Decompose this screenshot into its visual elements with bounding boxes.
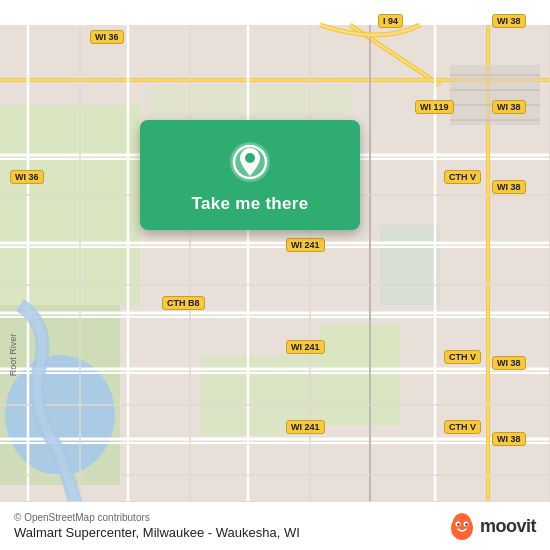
- road-label-cthv-1: CTH V: [444, 170, 481, 184]
- moovit-logo: moovit: [448, 512, 536, 540]
- take-me-there-label: Take me there: [192, 194, 309, 214]
- moovit-text: moovit: [480, 516, 536, 537]
- pin-icon: [228, 140, 272, 184]
- svg-point-49: [457, 523, 459, 525]
- road-label-wi38-5: WI 38: [492, 432, 526, 446]
- location-text: Walmart Supercenter, Milwaukee - Waukesh…: [14, 525, 300, 540]
- take-me-there-card[interactable]: Take me there: [140, 120, 360, 230]
- bottom-bar: © OpenStreetMap contributors Walmart Sup…: [0, 501, 550, 550]
- svg-rect-7: [380, 225, 440, 305]
- road-label-wi38-3: WI 38: [492, 180, 526, 194]
- copyright-text: © OpenStreetMap contributors: [14, 512, 300, 523]
- svg-rect-1: [0, 105, 140, 305]
- map-svg: [0, 0, 550, 550]
- road-label-wi36-top: WI 36: [90, 30, 124, 44]
- road-label-wi241-2: WI 241: [286, 340, 325, 354]
- road-label-wi119: WI 119: [415, 100, 454, 114]
- river-label: Root River: [8, 334, 18, 377]
- svg-point-44: [245, 153, 255, 163]
- moovit-icon-svg: [448, 512, 476, 540]
- road-label-wi94: I 94: [378, 14, 403, 28]
- road-label-wi38-2: WI 38: [492, 100, 526, 114]
- road-label-cthb88: CTH B8: [162, 296, 205, 310]
- bottom-info: © OpenStreetMap contributors Walmart Sup…: [14, 512, 300, 540]
- svg-rect-4: [320, 325, 400, 425]
- road-label-wi241-3: WI 241: [286, 420, 325, 434]
- svg-point-50: [465, 523, 467, 525]
- map-container: I 94WI 36WI 38WI 119WI 38WI 36CTH VWI 38…: [0, 0, 550, 550]
- svg-point-46: [453, 513, 471, 531]
- road-label-wi241-1: WI 241: [286, 238, 325, 252]
- road-label-wi38-1: WI 38: [492, 14, 526, 28]
- svg-rect-37: [450, 65, 540, 125]
- road-label-cthv-3: CTH V: [444, 420, 481, 434]
- road-label-cthv-2: CTH V: [444, 350, 481, 364]
- road-label-wi38-4: WI 38: [492, 356, 526, 370]
- road-label-wi36-mid: WI 36: [10, 170, 44, 184]
